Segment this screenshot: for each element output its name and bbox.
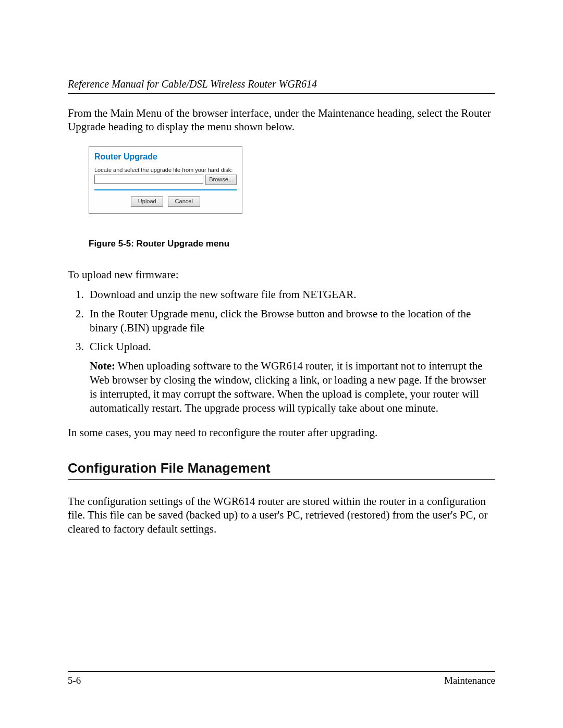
file-path-input[interactable]	[94, 175, 203, 184]
steps-list: Download and unzip the new software file…	[68, 288, 495, 415]
cancel-button[interactable]: Cancel	[168, 196, 200, 207]
config-paragraph: The configuration settings of the WGR614…	[68, 495, 495, 536]
router-upgrade-screenshot: Router Upgrade Locate and select the upg…	[89, 146, 242, 214]
document-header-title: Reference Manual for Cable/DSL Wireless …	[68, 78, 495, 90]
step-3: Click Upload. Note: When uploading softw…	[87, 340, 495, 415]
upload-button[interactable]: Upload	[131, 196, 163, 207]
document-page: Reference Manual for Cable/DSL Wireless …	[0, 0, 563, 728]
intro-paragraph: From the Main Menu of the browser interf…	[68, 106, 495, 134]
step-3-text: Click Upload.	[90, 340, 151, 353]
step-2: In the Router Upgrade menu, click the Br…	[87, 307, 495, 335]
screenshot-divider	[94, 189, 237, 191]
page-number: 5-6	[68, 675, 81, 686]
screenshot-file-row: Browse...	[94, 175, 237, 185]
note-text: When uploading software to the WGR614 ro…	[90, 360, 486, 414]
note-label: Note:	[90, 360, 115, 372]
step-1: Download and unzip the new software file…	[87, 288, 495, 302]
upload-firmware-heading: To upload new firmware:	[68, 268, 495, 281]
footer-divider	[68, 671, 495, 672]
figure-block: Router Upgrade Locate and select the upg…	[89, 146, 495, 249]
footer-section-name: Maintenance	[444, 675, 495, 686]
section-divider	[68, 479, 495, 480]
figure-caption: Figure 5-5: Router Upgrade menu	[89, 239, 495, 249]
screenshot-button-row: Upload Cancel	[94, 196, 237, 207]
header-divider	[68, 93, 495, 94]
page-footer: 5-6 Maintenance	[68, 671, 495, 686]
after-steps-paragraph: In some cases, you may need to reconfigu…	[68, 426, 495, 439]
note-paragraph: Note: When uploading software to the WGR…	[90, 359, 495, 415]
screenshot-title: Router Upgrade	[94, 152, 237, 162]
screenshot-locate-label: Locate and select the upgrade file from …	[94, 167, 237, 173]
browse-button[interactable]: Browse...	[205, 175, 237, 185]
footer-row: 5-6 Maintenance	[68, 675, 495, 686]
section-heading-config: Configuration File Management	[68, 460, 495, 476]
